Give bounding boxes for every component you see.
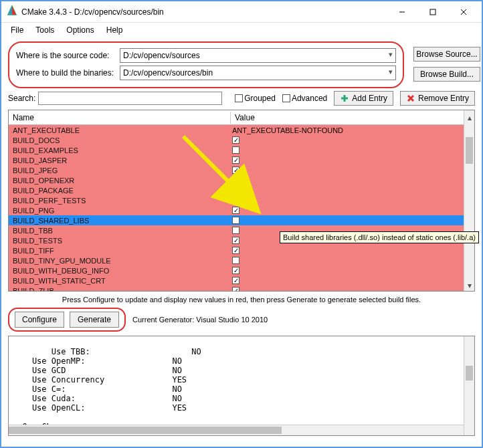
table-row[interactable]: BUILD_SHARED_LIBS — [9, 215, 474, 225]
menu-help[interactable]: Help — [101, 24, 128, 36]
output-scrollthumb-h[interactable] — [9, 427, 282, 434]
checkbox[interactable]: ✓ — [232, 177, 239, 184]
maximize-button[interactable] — [417, 3, 448, 21]
checkbox[interactable]: ✓ — [232, 197, 239, 204]
menu-tools[interactable]: Tools — [30, 24, 60, 36]
cell-value[interactable]: ✓ — [231, 207, 474, 214]
cell-name: BUILD_TINY_GPU_MODULE — [9, 257, 231, 265]
cell-value[interactable]: ANT_EXECUTABLE-NOTFOUND — [231, 126, 474, 134]
remove-entry-label: Remove Entry — [418, 94, 469, 103]
col-value[interactable]: Value — [231, 112, 474, 124]
generate-button[interactable]: Generate — [70, 312, 119, 328]
table-row[interactable]: BUILD_ZLIB✓ — [9, 286, 474, 291]
checkbox[interactable]: ✓ — [232, 187, 239, 194]
cache-table: Name Value ▴ ANT_EXECUTABLEANT_EXECUTABL… — [8, 110, 475, 292]
source-path-value: D:/cv/opencv/sources — [123, 51, 200, 60]
cell-value[interactable]: ✓ — [231, 247, 474, 254]
cell-value[interactable]: ✓ — [231, 267, 474, 274]
checkbox[interactable]: ✓ — [232, 267, 239, 274]
cell-name: BUILD_WITH_STATIC_CRT — [9, 277, 231, 285]
table-scrollbar[interactable]: ▾ — [464, 125, 474, 291]
table-row[interactable]: ANT_EXECUTABLEANT_EXECUTABLE-NOTFOUND — [9, 125, 474, 135]
cell-name: BUILD_OPENEXR — [9, 177, 231, 185]
scroll-down-arrow[interactable]: ▾ — [464, 280, 474, 291]
search-input[interactable] — [38, 92, 222, 105]
table-row[interactable]: BUILD_TIFF✓ — [9, 245, 474, 255]
menu-options[interactable]: Options — [61, 24, 99, 36]
checkbox[interactable] — [232, 217, 239, 224]
cell-name: BUILD_JPEG — [9, 166, 231, 175]
menu-file[interactable]: File — [5, 24, 29, 36]
cell-name: ANT_EXECUTABLE — [9, 126, 231, 134]
build-path-value: D:/cv/opencv/sources/bin — [123, 68, 213, 78]
cell-value[interactable] — [231, 217, 474, 224]
scroll-up-arrow[interactable]: ▴ — [464, 110, 474, 125]
minimize-button[interactable] — [387, 3, 417, 21]
table-row[interactable]: BUILD_WITH_STATIC_CRT✓ — [9, 275, 474, 286]
cell-value[interactable] — [231, 257, 474, 264]
cell-name: BUILD_JASPER — [9, 156, 231, 164]
grouped-checkbox[interactable]: Grouped — [235, 94, 276, 103]
buttons-highlight: Configure Generate — [8, 308, 126, 332]
cell-value[interactable]: ✓ — [231, 136, 474, 144]
output-scrollbar-v[interactable] — [464, 336, 474, 435]
scrollbar-thumb[interactable] — [466, 137, 473, 164]
svg-rect-4 — [430, 9, 436, 15]
table-row[interactable]: BUILD_JASPER✓ — [9, 155, 474, 165]
remove-entry-button[interactable]: Remove Entry — [400, 91, 475, 106]
output-text: Use TBB: NO Use OpenMP: NO Use GCD NO Us… — [13, 347, 206, 436]
cell-value[interactable]: ✓ — [231, 177, 474, 184]
grouped-label: Grouped — [244, 94, 276, 103]
browse-build-button[interactable]: Browse Build... — [413, 67, 480, 82]
table-row[interactable]: BUILD_EXAMPLES — [9, 145, 474, 155]
table-row[interactable]: BUILD_PERF_TESTS✓ — [9, 195, 474, 205]
cell-value[interactable]: ✓ — [231, 287, 474, 291]
add-entry-button[interactable]: Add Entry — [334, 91, 393, 106]
paths-area: Where is the source code: D:/cv/opencv/s… — [8, 41, 475, 88]
checkbox[interactable] — [232, 146, 239, 154]
checkbox[interactable] — [232, 227, 239, 234]
table-row[interactable]: BUILD_DOCS✓ — [9, 135, 474, 145]
configure-button[interactable]: Configure — [15, 312, 64, 328]
cell-name: BUILD_SHARED_LIBS — [9, 217, 231, 225]
table-row[interactable]: BUILD_TINY_GPU_MODULE — [9, 255, 474, 265]
table-row[interactable]: BUILD_JPEG✓ — [9, 165, 474, 175]
col-name[interactable]: Name — [9, 112, 231, 124]
table-row[interactable]: BUILD_PNG✓ — [9, 205, 474, 215]
checkbox[interactable] — [232, 257, 239, 264]
table-row[interactable]: BUILD_WITH_DEBUG_INFO✓ — [9, 265, 474, 275]
search-toolbar: Search: Grouped Advanced Add Entry Remov… — [8, 91, 475, 106]
table-row[interactable]: BUILD_PACKAGE✓ — [9, 185, 474, 195]
source-label: Where is the source code: — [16, 51, 120, 60]
checkbox[interactable]: ✓ — [232, 156, 239, 164]
source-path-combo[interactable]: D:/cv/opencv/sources — [120, 48, 396, 63]
output-scrollbar-h[interactable] — [9, 425, 464, 435]
cell-value[interactable] — [231, 146, 474, 154]
cell-value[interactable]: ✓ — [231, 166, 474, 174]
checkbox[interactable]: ✓ — [232, 287, 239, 291]
advanced-checkbox[interactable]: Advanced — [282, 94, 327, 103]
output-pane[interactable]: Use TBB: NO Use OpenMP: NO Use GCD NO Us… — [8, 336, 475, 436]
table-row[interactable]: BUILD_OPENEXR✓ — [9, 175, 474, 185]
checkbox[interactable]: ✓ — [232, 277, 239, 284]
checkbox[interactable]: ✓ — [232, 166, 239, 174]
cell-name: BUILD_EXAMPLES — [9, 146, 231, 154]
close-button[interactable] — [448, 3, 479, 21]
checkbox[interactable]: ✓ — [232, 207, 239, 214]
cell-name: BUILD_TBB — [9, 227, 231, 235]
cell-value[interactable]: ✓ — [231, 156, 474, 164]
cell-value[interactable]: ✓ — [231, 277, 474, 284]
browse-source-button[interactable]: Browse Source... — [413, 47, 480, 62]
table-header: Name Value ▴ — [9, 110, 474, 125]
cell-name: BUILD_PACKAGE — [9, 187, 231, 195]
checkbox[interactable]: ✓ — [232, 136, 239, 144]
cell-name: BUILD_TIFF — [9, 247, 231, 255]
plus-icon — [340, 94, 349, 103]
checkbox[interactable]: ✓ — [232, 237, 239, 244]
cell-value[interactable]: ✓ — [231, 197, 474, 204]
build-path-combo[interactable]: D:/cv/opencv/sources/bin — [120, 66, 396, 80]
output-scrollthumb-v[interactable] — [466, 366, 473, 380]
cell-name: BUILD_WITH_DEBUG_INFO — [9, 267, 231, 275]
checkbox[interactable]: ✓ — [232, 247, 239, 254]
cell-value[interactable]: ✓ — [231, 187, 474, 194]
